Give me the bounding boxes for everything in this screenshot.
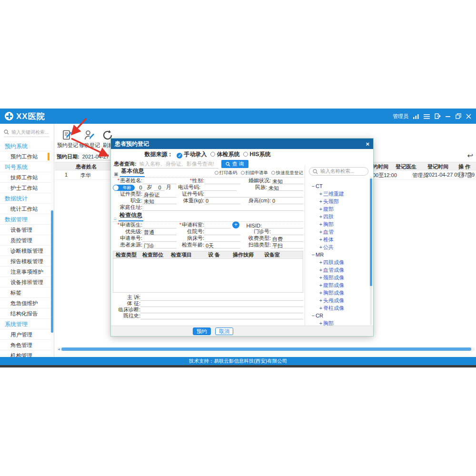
col-operation: 操 作 (458, 163, 470, 170)
sidebar-item-report-template[interactable]: 报告模板管理 (0, 256, 51, 267)
tree-node-limbs[interactable]: +四肢 (305, 213, 373, 220)
sidebar-group-statistics[interactable]: 数据统计 (0, 193, 51, 204)
charge-input[interactable]: 自费 (271, 236, 303, 242)
tree-node-head-neck[interactable]: +头颈部 (305, 198, 373, 205)
chief-complaint-input[interactable] (140, 295, 303, 301)
hscroll-left-arrow[interactable]: ◄ (57, 347, 61, 351)
sidebar-item-notes-maintenance[interactable]: 注意事项维护 (0, 267, 51, 277)
date-input[interactable]: 2021-04-27 (81, 154, 112, 160)
catalog-scrollbar-thumb[interactable] (370, 178, 372, 286)
sidebar-item-appointment-workstation[interactable]: 预约工作站 (0, 151, 51, 162)
query-button[interactable]: 查 询 (221, 160, 248, 168)
tree-node-vertebra[interactable]: +椎体 (305, 236, 373, 243)
row-edit-icon[interactable] (459, 172, 465, 178)
age-months-unit: 月 (164, 184, 173, 191)
menu-icon[interactable] (424, 114, 430, 119)
ethnic-input[interactable]: 未知 (267, 185, 303, 191)
book-registration-button[interactable]: 预约登记 (57, 129, 79, 149)
outpatient-input[interactable] (271, 229, 303, 235)
phone-input[interactable] (200, 185, 237, 191)
tree-node-head-imaging[interactable]: +头颅成像 (305, 297, 373, 304)
modify-registration-button[interactable]: 修改登记 (79, 129, 100, 149)
tree-node-chest-imaging[interactable]: +胸部成像 (305, 289, 373, 297)
sidebar-item-user-mgmt[interactable]: 用户管理 (0, 329, 51, 340)
undo-icon[interactable]: ↩ (467, 151, 473, 160)
idtype-input[interactable]: 身份证 (142, 191, 177, 198)
sidebar-item-device-schedule[interactable]: 设备排班管理 (0, 277, 51, 288)
sidebar-item-qc-mgmt[interactable]: 质控管理 (0, 235, 51, 246)
bed-input[interactable] (204, 236, 240, 242)
tree-node-abdomen[interactable]: +腹部 (305, 205, 373, 213)
sidebar-item-stat-workstation[interactable]: 统计工作站 (0, 204, 51, 214)
inpatient-label: 住院号: (177, 228, 204, 235)
sidebar-item-tags[interactable]: 标签 (0, 288, 51, 298)
clinical-diagnosis-input[interactable] (140, 307, 303, 313)
tree-node-common[interactable]: +公共 (305, 243, 373, 251)
req-doctor-input[interactable] (142, 222, 177, 228)
modal-close-icon[interactable]: × (366, 140, 369, 148)
marital-input[interactable]: 未知 (271, 178, 303, 184)
tree-node-limb-imaging[interactable]: +四肢成像 (305, 258, 373, 266)
tree-node-ct[interactable]: −CT (305, 182, 373, 190)
sidebar-item-structured-report[interactable]: 结构化报告 (0, 308, 51, 319)
tree-node-abdomen-imaging[interactable]: +腹部成像 (305, 281, 373, 289)
patient-query-input[interactable]: 输入名称、身份证、影像号查询! (139, 160, 218, 169)
sidebar-item-nurse-workstation[interactable]: 护士工作站 (0, 183, 51, 193)
tree-node-chest[interactable]: +胸部 (305, 220, 373, 228)
radio-physical-exam-system[interactable]: 体检系统 (210, 150, 239, 159)
sidebar-group-system[interactable]: 系统管理 (0, 319, 51, 329)
radio-scan-request[interactable]: 扫描申请单 (241, 170, 268, 176)
examage-input[interactable]: 0天 (204, 242, 240, 248)
sidebar-group-appointment[interactable]: 预约系统 (0, 141, 51, 151)
scantype-input[interactable]: 平扫 (271, 242, 303, 248)
inpatient-input[interactable] (204, 229, 240, 235)
horizontal-scrollbar-thumb[interactable] (61, 347, 471, 351)
physical-sign-input[interactable] (140, 301, 303, 307)
height-input[interactable]: 0 (271, 198, 303, 204)
reqno-input[interactable] (142, 236, 177, 242)
outpatient-label: 门诊号: (240, 228, 271, 235)
sidebar-search-input[interactable]: 输入关键词检索... (4, 128, 50, 137)
tree-node-3d[interactable]: +三维重建 (305, 190, 373, 198)
sidebar-item-technician-workstation[interactable]: 技师工作站 (0, 172, 51, 183)
radio-print-barcode[interactable]: 打印条码 (215, 170, 238, 176)
radio-quick-batch[interactable]: 快速批量登记 (271, 170, 303, 176)
catalog-search-input[interactable]: 输入名称检索... (309, 167, 368, 176)
req-dept-input[interactable] (204, 222, 231, 228)
cancel-button[interactable]: 取消 (215, 327, 233, 335)
minimize-icon[interactable] (446, 114, 451, 119)
past-history-input[interactable] (140, 313, 303, 319)
priority-input[interactable]: 普通 (142, 229, 177, 235)
add-dept-icon[interactable]: + (232, 221, 239, 228)
gender-input[interactable] (204, 178, 240, 184)
horizontal-scrollbar-track[interactable]: ◄ (57, 347, 475, 351)
tree-node-vessel-imaging[interactable]: +血管成像 (305, 266, 373, 274)
sidebar-scrollbar-thumb[interactable] (51, 210, 53, 333)
signal-icon (413, 114, 419, 119)
sidebar-group-data[interactable]: 数据管理 (0, 214, 51, 225)
job-input[interactable]: 未知 (142, 198, 177, 204)
source-input[interactable]: 门诊 (142, 242, 177, 248)
tree-node-vessel[interactable]: +血管 (305, 228, 373, 236)
tree-node-neck-imaging[interactable]: +颈部成像 (305, 274, 373, 281)
sidebar-item-role-mgmt[interactable]: 角色管理 (0, 340, 51, 350)
sidebar-item-device-mgmt[interactable]: 设备管理 (0, 225, 51, 235)
sidebar-item-critical-value[interactable]: 危急值维护 (0, 298, 51, 308)
age-months-input[interactable]: 0 (154, 185, 164, 191)
address-input[interactable] (142, 205, 303, 211)
tree-node-spine-imaging[interactable]: +脊柱成像 (305, 304, 373, 312)
row-delete-icon[interactable] (467, 172, 472, 178)
weight-input[interactable]: 0 (204, 198, 240, 204)
radio-manual-entry[interactable]: ✓手动录入 (177, 150, 207, 159)
confirm-booking-button[interactable]: 预约 (193, 327, 211, 335)
restore-icon[interactable] (456, 113, 461, 119)
radio-his-system[interactable]: HIS系统 (243, 150, 270, 159)
tree-node-cr[interactable]: −CR (305, 312, 373, 319)
sidebar-group-queue[interactable]: 叫号系统 (0, 162, 51, 172)
logout-icon[interactable] (435, 113, 441, 119)
close-icon[interactable] (466, 114, 471, 119)
age-toggle[interactable]: 年龄 (113, 185, 135, 191)
tree-node-mr[interactable]: −MR (305, 251, 373, 258)
sidebar-item-diagnosis-template[interactable]: 诊断模版管理 (0, 246, 51, 256)
exam-items-table: 检查类型 检查部位 检查项目 设 备 操作技师 设备室 (113, 251, 303, 293)
